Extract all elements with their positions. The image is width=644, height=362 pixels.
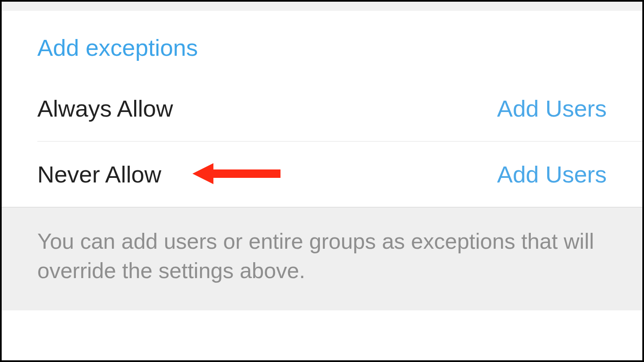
annotation-arrow-icon [192, 161, 285, 188]
add-users-link-never[interactable]: Add Users [497, 161, 607, 188]
footer-description: You can add users or entire groups as ex… [37, 227, 607, 285]
add-users-link-always[interactable]: Add Users [497, 95, 607, 122]
footer-section: You can add users or entire groups as ex… [2, 207, 642, 310]
top-spacer [2, 2, 642, 11]
always-allow-label: Always Allow [37, 95, 173, 122]
never-allow-label: Never Allow [37, 161, 161, 188]
always-allow-row[interactable]: Always Allow Add Users [2, 76, 642, 141]
svg-marker-0 [192, 163, 280, 184]
section-header: Add exceptions [2, 11, 642, 76]
settings-panel: Add exceptions Always Allow Add Users Ne… [0, 0, 644, 362]
never-allow-row[interactable]: Never Allow Add Users [2, 142, 642, 207]
section-title: Add exceptions [37, 34, 607, 61]
